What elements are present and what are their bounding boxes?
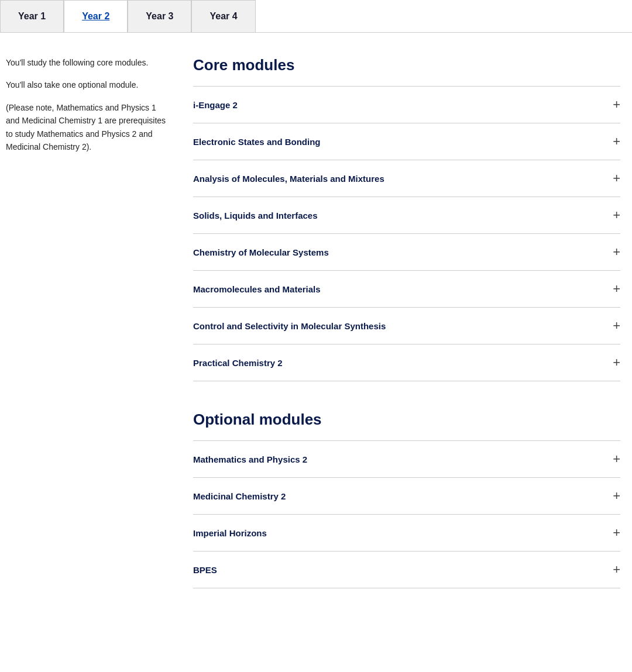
optional-modules-list: Mathematics and Physics 2 + Medicinal Ch…	[193, 440, 620, 588]
module-name: Electronic States and Bonding	[193, 137, 321, 147]
sidebar-line2: You'll also take one optional module.	[6, 78, 170, 91]
module-name: Imperial Horizons	[193, 528, 267, 538]
main-content: You'll study the following core modules.…	[0, 33, 632, 612]
year-tabs: Year 1 Year 2 Year 3 Year 4	[0, 0, 632, 33]
expand-icon: +	[613, 356, 620, 369]
core-modules-section: Core modules i-Engage 2 + Electronic Sta…	[193, 56, 620, 381]
module-name: Practical Chemistry 2	[193, 358, 283, 368]
module-item[interactable]: Solids, Liquids and Interfaces +	[193, 197, 620, 234]
expand-icon: +	[613, 282, 620, 295]
module-item[interactable]: BPES +	[193, 552, 620, 588]
tab-year2[interactable]: Year 2	[64, 0, 128, 32]
module-name: Macromolecules and Materials	[193, 284, 321, 294]
tab-year3[interactable]: Year 3	[128, 0, 191, 32]
module-item[interactable]: Medicinal Chemistry 2 +	[193, 478, 620, 515]
module-name: Chemistry of Molecular Systems	[193, 247, 329, 257]
module-name: Mathematics and Physics 2	[193, 454, 307, 464]
expand-icon: +	[613, 453, 620, 466]
expand-icon: +	[613, 209, 620, 222]
module-name: i-Engage 2	[193, 100, 238, 110]
expand-icon: +	[613, 98, 620, 111]
sidebar-line1: You'll study the following core modules.	[6, 56, 170, 69]
tab-year1[interactable]: Year 1	[0, 0, 64, 32]
expand-icon: +	[613, 563, 620, 576]
tab-year4[interactable]: Year 4	[191, 0, 255, 32]
module-item[interactable]: Chemistry of Molecular Systems +	[193, 234, 620, 271]
module-item[interactable]: Imperial Horizons +	[193, 515, 620, 552]
sidebar: You'll study the following core modules.…	[6, 56, 170, 588]
module-name: Control and Selectivity in Molecular Syn…	[193, 321, 386, 331]
expand-icon: +	[613, 135, 620, 148]
module-item[interactable]: Practical Chemistry 2 +	[193, 344, 620, 381]
module-item[interactable]: Electronic States and Bonding +	[193, 123, 620, 160]
module-item[interactable]: Macromolecules and Materials +	[193, 271, 620, 308]
expand-icon: +	[613, 526, 620, 539]
expand-icon: +	[613, 172, 620, 185]
expand-icon: +	[613, 246, 620, 259]
modules-area: Core modules i-Engage 2 + Electronic Sta…	[193, 56, 620, 588]
module-name: Medicinal Chemistry 2	[193, 491, 286, 501]
expand-icon: +	[613, 319, 620, 332]
module-item[interactable]: i-Engage 2 +	[193, 87, 620, 123]
module-name: Analysis of Molecules, Materials and Mix…	[193, 174, 384, 184]
optional-modules-section: Optional modules Mathematics and Physics…	[193, 411, 620, 588]
optional-modules-title: Optional modules	[193, 411, 620, 429]
module-name: BPES	[193, 565, 217, 575]
core-modules-list: i-Engage 2 + Electronic States and Bondi…	[193, 86, 620, 381]
sidebar-line3: (Please note, Mathematics and Physics 1 …	[6, 101, 170, 154]
module-name: Solids, Liquids and Interfaces	[193, 211, 318, 220]
module-item[interactable]: Analysis of Molecules, Materials and Mix…	[193, 160, 620, 197]
module-item[interactable]: Mathematics and Physics 2 +	[193, 441, 620, 478]
expand-icon: +	[613, 490, 620, 502]
module-item[interactable]: Control and Selectivity in Molecular Syn…	[193, 308, 620, 344]
core-modules-title: Core modules	[193, 56, 620, 74]
